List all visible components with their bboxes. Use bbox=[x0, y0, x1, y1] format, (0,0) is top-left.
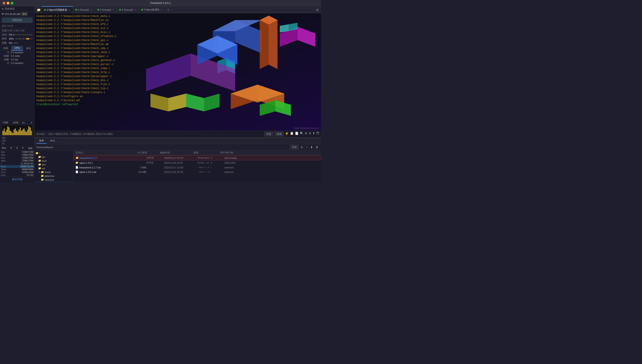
search-icon[interactable]: 🔍 bbox=[300, 132, 303, 136]
net-graph bbox=[2, 125, 33, 136]
net-row: ↑708B ↓420B en... ▼ bbox=[2, 121, 33, 124]
tree-item-bin[interactable]: 📁 bin bbox=[35, 155, 73, 159]
activate-button[interactable]: 激活/升级 bbox=[12, 178, 22, 181]
maximize-button[interactable] bbox=[11, 2, 13, 4]
disk-row: /dev 710M/729M bbox=[0, 150, 34, 154]
tree-item-resource[interactable]: 📁 resource bbox=[35, 178, 73, 182]
disk-avail: 729M/729M bbox=[11, 160, 34, 162]
tab-nginx-backup[interactable]: 5 Nginx备用机 ✕ bbox=[139, 6, 165, 13]
file-tree: 📁 / 📁 bin 📁 boot 📁 d bbox=[35, 150, 74, 182]
tab-label: 5 Nginx备用机 bbox=[144, 8, 159, 11]
file-perm: -rw-r--r-- bbox=[198, 166, 224, 169]
process-row[interactable]: 0 0.3 kworker/ bbox=[0, 51, 34, 54]
sys-info-button[interactable]: 系统信息 bbox=[2, 18, 33, 23]
term-line: keepalived-2.2.7/keepalived/check/check_… bbox=[36, 50, 178, 54]
disk-row: /boot... 589M/598M bbox=[0, 168, 34, 171]
tree-item-boot[interactable]: 📁 boot bbox=[35, 159, 73, 162]
tab-close-icon[interactable]: ✕ bbox=[68, 9, 71, 11]
options-button[interactable]: 选项 bbox=[275, 132, 284, 136]
fm-upload-icon[interactable]: ⬆ bbox=[315, 146, 319, 149]
disk-row: /run/... 0/7.6G bbox=[0, 174, 34, 177]
fm-refresh-icon[interactable]: ↻ bbox=[300, 146, 304, 149]
proc-cpu: 0.3 bbox=[9, 62, 15, 64]
close-button[interactable] bbox=[3, 2, 5, 4]
fm-history-button[interactable]: 历史 bbox=[290, 145, 299, 150]
tab-close-icon[interactable]: ✕ bbox=[160, 8, 163, 11]
tree-item-label: resource bbox=[45, 178, 54, 181]
sidebar-tab-cmd[interactable]: 命令 bbox=[23, 46, 34, 50]
disk-row: /run 719M/729M bbox=[0, 156, 34, 159]
file-date: 2022/11/18 16:07 bbox=[164, 162, 198, 164]
proc-name: top bbox=[15, 58, 34, 61]
file-row-nginx-dir[interactable]: 📁 nginx-1.22.1 文件夹 2022/11/18 16:07 drwx… bbox=[74, 160, 321, 165]
cmd-input-bar: 命令输入 (按ALT键提示历史,TAB键路径,ESC键返回,双击CTRL切换) … bbox=[35, 130, 321, 138]
minimize-button[interactable] bbox=[7, 2, 9, 4]
copy-icon[interactable]: 📋 bbox=[290, 132, 294, 136]
col-size: 大小 bbox=[124, 151, 142, 154]
fm-download-icon[interactable]: ⬇ bbox=[309, 146, 314, 149]
term-line: keepalived-2.2.7/keepalived/check/check_… bbox=[36, 30, 178, 34]
latency-zero2: 0 bbox=[17, 147, 18, 150]
file-name: nginx-1.22.1.tar bbox=[79, 171, 128, 173]
fm-up-icon[interactable]: ↑ bbox=[305, 146, 309, 149]
swap-label: 交换 bbox=[2, 41, 8, 44]
file-type: 文件夹 bbox=[147, 156, 164, 160]
tab-dot bbox=[98, 9, 99, 10]
ip-row: IP 172.16.23.145 复制 bbox=[0, 12, 34, 17]
grid-view-button[interactable]: ⊞ bbox=[315, 8, 320, 12]
right-panel: 📁 1 Nginx代理服务器 ✕ 2 Tomcat1 ✕ 3 Tomcat2 ✕… bbox=[35, 6, 321, 182]
process-row[interactable]: 4.8M 0.3 top bbox=[0, 58, 34, 62]
disk-row: /run/... 145M/145M bbox=[0, 171, 34, 174]
tab-tomcat1[interactable]: 2 Tomcat1 ✕ bbox=[73, 6, 95, 13]
window-icon[interactable]: 🗖 bbox=[316, 132, 319, 136]
sidebar-tab-mem[interactable]: 内存 bbox=[0, 46, 11, 50]
tab-label: 1 Nginx代理服务器 bbox=[47, 8, 67, 12]
sidebar: 同步状态 IP 172.16.23.145 复制 系统信息 运行 14 分 负载… bbox=[0, 6, 35, 182]
tree-item-dev[interactable]: 📁 dev bbox=[35, 162, 73, 166]
tab-tomcat2[interactable]: 3 Tomcat2 ✕ bbox=[95, 6, 117, 13]
settings-icon[interactable]: ⚙ bbox=[305, 132, 307, 136]
tree-item-etc[interactable]: 📁 etc bbox=[35, 166, 73, 170]
tab-tomcat3[interactable]: 4 Tomcat3 ✕ bbox=[117, 6, 139, 13]
tab-close-icon[interactable]: ✕ bbox=[112, 8, 115, 11]
file-list-header: 文件名 ↑ 大小 类型 修改时间 权限 用户/用户组 bbox=[74, 150, 321, 155]
file-size: 6.5 MB bbox=[128, 171, 146, 173]
lightning-icon[interactable]: ⚡ bbox=[285, 132, 289, 136]
sidebar-tab-cpu[interactable]: CPU bbox=[11, 46, 23, 50]
proc-mem: 0 bbox=[1, 51, 9, 54]
upload-icon[interactable]: ⬆ bbox=[313, 132, 315, 136]
terminal-output[interactable]: keepalived-2.2.7/keepalived/check/check_… bbox=[35, 13, 321, 130]
folder-icon[interactable]: 📁 bbox=[36, 8, 42, 12]
tree-item-label: etc bbox=[42, 167, 45, 170]
fm-tab-cmd[interactable]: 命令 bbox=[48, 138, 58, 144]
tab-close-icon[interactable]: ✕ bbox=[90, 8, 93, 11]
tree-item-home[interactable]: ▼ 📁 home bbox=[35, 170, 73, 174]
file-row-keepalived-tar[interactable]: 📄 keepalived-2.2.7.tar 5 MB 2022/12/17 1… bbox=[74, 165, 321, 170]
add-tab-button[interactable]: + bbox=[165, 8, 171, 12]
tab-close-icon[interactable]: ✕ bbox=[134, 8, 137, 11]
disk-row-active: /boot 836M/1014M bbox=[0, 165, 34, 168]
tree-item-software[interactable]: ▼ 📁 software bbox=[35, 182, 73, 182]
disk-path: /sys/... bbox=[1, 160, 10, 162]
download-icon[interactable]: ⬇ bbox=[309, 132, 311, 136]
fm-tab-files[interactable]: 文件 bbox=[36, 138, 47, 144]
history-button[interactable]: 历史 bbox=[264, 132, 273, 136]
copy-ip-button[interactable]: 复制 bbox=[22, 12, 28, 16]
disk-path: /boot... bbox=[1, 168, 10, 171]
tab-dot bbox=[75, 9, 77, 10]
tab-nginx-proxy[interactable]: 1 Nginx代理服务器 ✕ bbox=[42, 6, 73, 13]
file-icon: 📄 bbox=[75, 166, 79, 169]
net-expand-icon[interactable]: ▼ bbox=[30, 122, 33, 124]
swap-detail: 0/2G bbox=[14, 42, 18, 44]
tree-item-jakiechai[interactable]: 📁 jakiechai bbox=[35, 174, 73, 178]
tree-item-root[interactable]: 📁 / bbox=[35, 151, 73, 155]
latency-zero1: 0 bbox=[11, 147, 12, 150]
process-row[interactable]: 0 0.3 kworker/ bbox=[0, 62, 34, 65]
file-row-nginx-tar[interactable]: 📄 nginx-1.22.1.tar 6.5 MB 2022/11/18 15:… bbox=[74, 170, 321, 174]
mem-label: 内存 bbox=[2, 37, 8, 40]
disk-path: /run/... bbox=[1, 171, 10, 174]
file-row-keepalived-dir[interactable]: 📁 keepalived-2.2.7 文件夹 2022/01/17 03:10 … bbox=[74, 155, 321, 160]
file-list: 文件名 ↑ 大小 类型 修改时间 权限 用户/用户组 📁 keepalived-… bbox=[74, 150, 321, 182]
process-row[interactable]: 8.6M 0.3 sshd bbox=[0, 54, 34, 58]
paste-icon[interactable]: 📄 bbox=[295, 132, 298, 136]
